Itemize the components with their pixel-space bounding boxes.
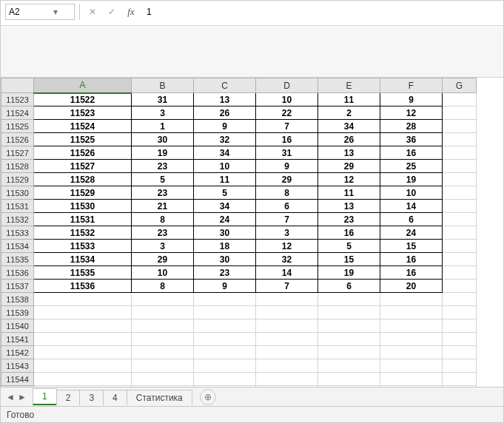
cell[interactable]: 34 [194,200,256,213]
cell[interactable]: 15 [380,240,443,253]
cell[interactable] [443,93,477,106]
cell[interactable]: 8 [256,186,318,200]
cell[interactable] [132,306,194,319]
cell[interactable] [380,306,443,319]
row-header[interactable]: 11544 [1,373,34,386]
cell[interactable]: 13 [318,200,380,213]
cell[interactable]: 30 [194,253,256,266]
cell[interactable]: 36 [380,133,443,146]
cell[interactable]: 7 [256,213,318,226]
cell[interactable] [443,266,477,280]
cell[interactable] [380,293,443,306]
row-header[interactable]: 11535 [1,253,34,266]
cell[interactable]: 23 [132,226,194,240]
cell[interactable]: 9 [256,160,318,173]
row-header[interactable]: 11527 [1,146,34,160]
cell[interactable]: 13 [318,146,380,160]
row-header[interactable]: 11533 [1,226,34,240]
cell[interactable]: 19 [318,266,380,280]
cell[interactable]: 10 [132,266,194,280]
row-header[interactable]: 11523 [1,93,34,106]
row-header[interactable]: 11542 [1,346,34,359]
cell[interactable] [34,306,132,319]
cell[interactable]: 22 [256,106,318,120]
cell[interactable]: 28 [380,120,443,133]
cell[interactable] [318,293,380,306]
row-header[interactable]: 11534 [1,240,34,253]
column-header-b[interactable]: B [132,78,194,93]
cell[interactable] [34,359,132,373]
cancel-button[interactable]: ✕ [84,4,101,20]
cell[interactable]: 23 [132,160,194,173]
row-header[interactable]: 11529 [1,173,34,186]
column-header-a[interactable]: A [34,78,132,93]
cell[interactable]: 6 [256,200,318,213]
row-header[interactable]: 11543 [1,359,34,373]
cell[interactable]: 8 [132,280,194,293]
cell[interactable] [132,359,194,373]
cell[interactable]: 7 [256,120,318,133]
cell[interactable]: 6 [318,280,380,293]
cell[interactable]: 31 [256,146,318,160]
column-header-g[interactable]: G [443,78,477,93]
sheet-tab[interactable]: 4 [103,390,127,405]
row-header[interactable]: 11531 [1,200,34,213]
cell[interactable] [132,346,194,359]
cell[interactable] [256,346,318,359]
cell[interactable] [318,319,380,333]
row-header[interactable]: 11532 [1,213,34,226]
cell[interactable] [443,106,477,120]
cell[interactable]: 16 [380,266,443,280]
cell[interactable]: 11 [318,186,380,200]
cell[interactable]: 6 [380,213,443,226]
cell[interactable]: 10 [256,93,318,106]
cell[interactable]: 21 [132,200,194,213]
sheet-tab[interactable]: 3 [79,390,104,405]
cell[interactable] [443,280,477,293]
cell[interactable]: 11528 [34,173,132,186]
cell[interactable]: 12 [318,173,380,186]
cell[interactable]: 11532 [34,226,132,240]
row-header[interactable]: 11528 [1,160,34,173]
column-header-d[interactable]: D [256,78,318,93]
cell[interactable] [256,373,318,386]
cell[interactable]: 29 [256,173,318,186]
cell[interactable] [34,293,132,306]
cell[interactable] [318,306,380,319]
cell[interactable] [443,173,477,186]
cell[interactable] [443,293,477,306]
cell[interactable]: 10 [380,186,443,200]
cell[interactable]: 25 [380,160,443,173]
cell[interactable] [256,293,318,306]
cell[interactable]: 15 [318,253,380,266]
cell[interactable]: 11529 [34,186,132,200]
row-header[interactable]: 11538 [1,293,34,306]
dropdown-icon[interactable]: ▾ [40,5,71,18]
cell[interactable]: 30 [132,133,194,146]
cell[interactable]: 12 [380,106,443,120]
cell[interactable] [318,346,380,359]
sheet-tab[interactable]: 1 [33,388,57,405]
cell[interactable]: 20 [380,280,443,293]
cell[interactable]: 9 [194,280,256,293]
cell[interactable]: 11 [318,93,380,106]
cell[interactable]: 9 [194,120,256,133]
cell[interactable]: 19 [132,146,194,160]
cell[interactable]: 26 [318,133,380,146]
row-header[interactable]: 11530 [1,186,34,200]
add-sheet-button[interactable]: ⊕ [200,389,216,405]
cell[interactable]: 16 [380,146,443,160]
row-header[interactable]: 11536 [1,266,34,280]
cell[interactable] [132,333,194,346]
cell[interactable] [380,319,443,333]
cell[interactable]: 5 [318,240,380,253]
cell[interactable]: 11531 [34,213,132,226]
cell[interactable] [256,359,318,373]
cell[interactable] [443,133,477,146]
cell[interactable]: 23 [318,213,380,226]
cell[interactable]: 11527 [34,160,132,173]
row-header[interactable]: 11525 [1,120,34,133]
cell[interactable]: 11536 [34,280,132,293]
cell[interactable]: 5 [194,186,256,200]
cell[interactable]: 10 [194,160,256,173]
